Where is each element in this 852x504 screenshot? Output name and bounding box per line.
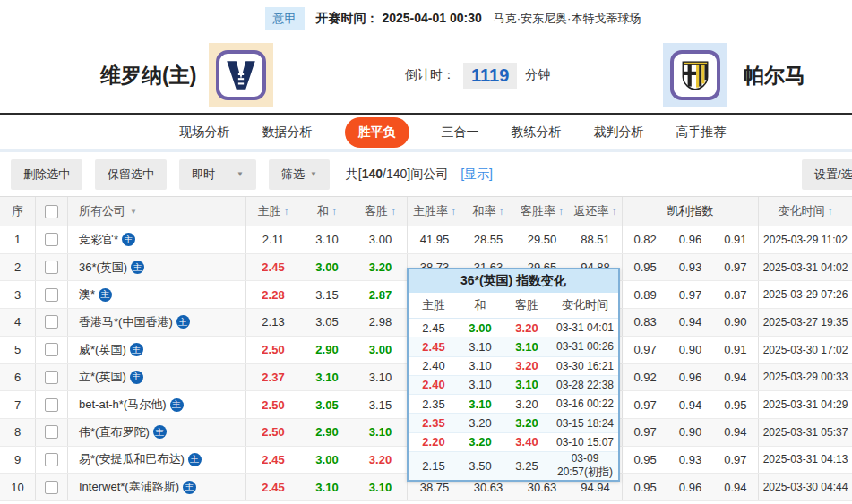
odds-value[interactable]: 2.50: [246, 391, 300, 418]
tab-裁判分析[interactable]: 裁判分析: [594, 124, 644, 141]
row-checkbox[interactable]: [45, 343, 58, 356]
row-checkbox[interactable]: [45, 425, 58, 439]
popup-row: 2.403.103.1003-28 22:38: [409, 376, 618, 395]
change-time: 2025-03-27 19:35: [759, 309, 852, 336]
odds-value[interactable]: 3.05: [300, 309, 354, 336]
odds-value[interactable]: 3.10: [354, 419, 408, 446]
kelly-value: 0.95: [623, 481, 667, 494]
company-name[interactable]: 威*(英国): [79, 342, 126, 358]
col-away-odds[interactable]: 客胜↑: [354, 197, 408, 226]
change-time: 2025-03-31 04:02: [759, 254, 852, 281]
odds-value[interactable]: 2.11: [246, 226, 300, 253]
company-name[interactable]: 澳*: [79, 286, 95, 303]
tab-高手推荐[interactable]: 高手推荐: [676, 124, 727, 141]
col-return-rate[interactable]: 返还率↑: [569, 197, 623, 226]
odds-value[interactable]: 3.05: [300, 391, 354, 418]
kelly-value: 0.90: [713, 315, 758, 329]
company-name[interactable]: 香港马*(中国香港): [79, 314, 173, 330]
odds-value[interactable]: 2.98: [354, 309, 408, 336]
odds-value[interactable]: 3.00: [300, 254, 354, 281]
match-info-bar: 意甲 开赛时间： 2025-04-01 00:30 马克·安东尼奥·本特戈蒂球场: [0, 0, 852, 38]
popup-change-time: 03-09 20:57(初指): [552, 452, 618, 480]
odds-value[interactable]: 3.10: [300, 226, 354, 253]
odds-value[interactable]: 2.90: [300, 419, 354, 446]
odds-value[interactable]: 2.90: [300, 337, 354, 363]
odds-value[interactable]: 3.15: [354, 391, 408, 418]
row-checkbox[interactable]: [45, 398, 58, 412]
odds-value[interactable]: 2.45: [246, 474, 300, 500]
odds-value[interactable]: 2.45: [246, 254, 300, 281]
row-checkbox[interactable]: [45, 315, 58, 329]
show-link[interactable]: [显示]: [460, 167, 493, 183]
popup-odds-value: 3.10: [459, 340, 502, 354]
col-company-label: 所有公司: [79, 203, 125, 219]
odds-value[interactable]: 2.50: [246, 419, 300, 446]
tab-现场分析[interactable]: 现场分析: [180, 124, 230, 141]
odds-value[interactable]: 3.10: [300, 364, 354, 391]
popup-odds-value: 3.10: [459, 359, 502, 372]
row-checkbox[interactable]: [45, 371, 58, 384]
tab-数据分析[interactable]: 数据分析: [262, 124, 313, 141]
odds-value[interactable]: 3.20: [354, 447, 408, 474]
col-away-rate[interactable]: 客胜率↑: [515, 197, 569, 226]
main-company-badge-icon: 主: [130, 343, 143, 356]
odds-value[interactable]: 2.50: [246, 337, 300, 363]
rate-value: 88.51: [569, 226, 623, 253]
company-name[interactable]: 立*(英国): [79, 369, 126, 385]
odds-value[interactable]: 2.37: [246, 364, 300, 391]
delete-selected-button[interactable]: 删除选中: [11, 159, 82, 190]
company-name[interactable]: Interwet*(塞浦路斯): [79, 479, 179, 495]
kelly-value: 0.93: [667, 453, 712, 466]
odds-value[interactable]: 3.00: [354, 226, 408, 253]
odds-value[interactable]: 3.10: [354, 364, 408, 391]
col-change-time[interactable]: 变化时间↑: [759, 197, 852, 226]
row-checkbox-cell: [36, 337, 68, 363]
odds-value[interactable]: 3.20: [354, 254, 408, 281]
kelly-value: 0.90: [667, 425, 712, 439]
row-checkbox[interactable]: [45, 233, 58, 246]
kelly-value: 0.97: [623, 425, 667, 439]
popup-odds-value: 3.20: [459, 416, 502, 430]
countdown-unit: 分钟: [525, 67, 550, 83]
odds-value[interactable]: 3.00: [300, 447, 354, 474]
popup-col-header: 主胜: [409, 297, 459, 313]
sort-up-icon: ↑: [284, 205, 289, 218]
tab-教练分析[interactable]: 教练分析: [512, 124, 562, 141]
tab-三合一[interactable]: 三合一: [442, 124, 479, 141]
row-checkbox[interactable]: [45, 288, 58, 302]
company-name[interactable]: 易*(安提瓜和巴布达): [79, 451, 185, 467]
filter-dropdown-label: 筛选: [281, 167, 305, 183]
col-home-rate[interactable]: 主胜率↑: [408, 197, 461, 226]
popup-odds-value: 3.25: [502, 459, 552, 473]
odds-value[interactable]: 2.87: [354, 281, 408, 308]
odds-value[interactable]: 2.28: [246, 281, 300, 308]
instant-dropdown[interactable]: 即时 ▼: [179, 159, 256, 190]
col-draw-rate[interactable]: 和率↑: [461, 197, 515, 226]
company-name[interactable]: 36*(英国): [79, 260, 127, 276]
row-checkbox[interactable]: [45, 261, 58, 274]
row-checkbox[interactable]: [45, 453, 58, 466]
row-checkbox[interactable]: [45, 481, 58, 494]
tab-胜平负[interactable]: 胜平负: [345, 117, 409, 148]
popup-odds-value: 3.20: [502, 416, 552, 430]
col-company[interactable]: 所有公司 ▼: [68, 197, 246, 226]
col-draw-odds[interactable]: 和↑: [300, 197, 354, 226]
odds-value[interactable]: 2.13: [246, 309, 300, 336]
col-home-odds[interactable]: 主胜↑: [246, 197, 300, 226]
odds-value[interactable]: 3.10: [354, 474, 408, 500]
odds-value[interactable]: 2.45: [246, 447, 300, 474]
kelly-value: 0.93: [667, 261, 712, 274]
select-all-checkbox[interactable]: [45, 205, 58, 218]
odds-value[interactable]: 3.15: [300, 281, 354, 308]
filter-dropdown[interactable]: 筛选 ▼: [269, 159, 330, 190]
odds-value[interactable]: 3.10: [300, 474, 354, 500]
rate-value: 29.50: [515, 226, 569, 253]
toolbar: 删除选中 保留选中 即时 ▼ 筛选 ▼ 共[140/140]间公司 [显示] 设…: [0, 152, 852, 196]
keep-selected-button[interactable]: 保留选中: [95, 159, 167, 190]
company-name[interactable]: 竞彩官*: [79, 232, 118, 248]
odds-value[interactable]: 3.00: [354, 337, 408, 363]
company-name[interactable]: bet-at-h*(马尔他): [79, 397, 167, 413]
company-name[interactable]: 伟*(直布罗陀): [79, 424, 150, 440]
settings-select-button[interactable]: 设置/选择: [802, 159, 852, 190]
kelly-value: 0.94: [667, 315, 712, 329]
